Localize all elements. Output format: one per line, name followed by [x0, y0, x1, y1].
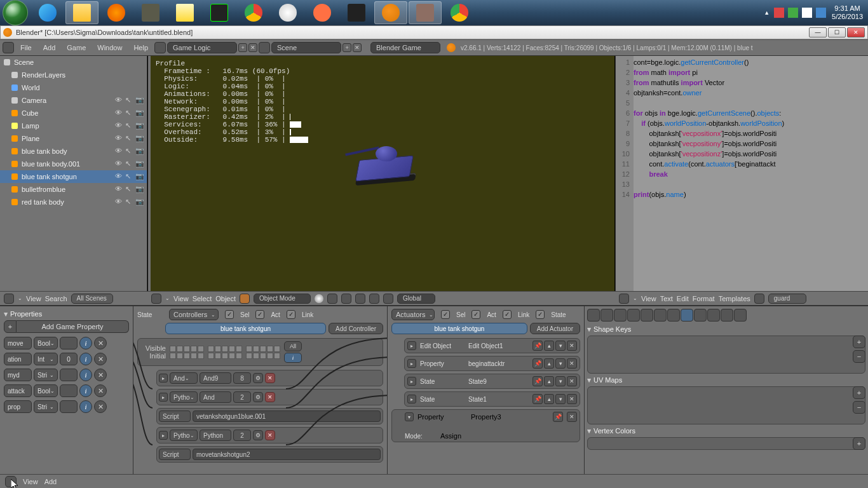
props-tab-particles[interactable] [721, 309, 733, 322]
text-menu-templates[interactable]: Templates [719, 295, 750, 302]
move-up-icon[interactable]: ▴ [544, 341, 554, 351]
outliner-view[interactable]: View [26, 295, 41, 302]
outliner-item[interactable]: red tank body👁↖📷 [0, 196, 147, 208]
controller-name[interactable]: And9 [200, 372, 231, 384]
prop-value-field[interactable] [60, 369, 78, 381]
prop-name-field[interactable]: ation [4, 353, 32, 365]
outliner-item[interactable]: Plane👁↖📷 [0, 132, 147, 145]
close-button[interactable]: ✕ [847, 27, 865, 37]
prop-info-button[interactable]: i [79, 384, 92, 397]
props-tab-world[interactable] [627, 309, 640, 322]
outliner-search[interactable]: Search [45, 295, 67, 302]
actuators-sel-check[interactable] [441, 310, 450, 319]
controller-delete[interactable]: ✕ [265, 430, 275, 440]
taskbar-blender-icon[interactable] [374, 1, 407, 24]
mode-dropdown[interactable]: Assign [440, 432, 529, 440]
menu-window[interactable]: Window [92, 44, 127, 51]
controller-delete[interactable]: ✕ [265, 392, 275, 402]
eye-icon[interactable]: 👁 [115, 147, 124, 156]
eye-icon[interactable]: 👁 [115, 96, 124, 105]
text-browse-icon[interactable] [754, 294, 764, 304]
cursor-icon[interactable]: ↖ [125, 147, 134, 156]
taskbar-media-icon[interactable] [100, 1, 133, 24]
actuators-act-check[interactable] [471, 310, 480, 319]
prop-delete-button[interactable]: ✕ [94, 384, 107, 397]
actuator-object-name[interactable]: blue tank shotgun [391, 323, 527, 334]
props-tab-physics[interactable] [734, 309, 747, 322]
actuator-delete[interactable]: ✕ [567, 394, 577, 404]
actuators-dropdown[interactable]: Actuators ⌄ [391, 309, 435, 320]
vertex-colors-add[interactable]: + [853, 437, 865, 450]
prop-info-button[interactable]: i [79, 400, 92, 413]
screen-layout-dropdown[interactable]: Game Logic [167, 42, 237, 53]
viewport-editor-icon[interactable] [151, 294, 161, 304]
taskbar-paint-icon[interactable] [271, 1, 304, 24]
layout-add-button[interactable]: + [238, 43, 247, 52]
collapse-icon[interactable]: ▾ [405, 412, 414, 421]
prop-delete-button[interactable]: ✕ [94, 400, 107, 413]
outliner-item[interactable]: Lamp👁↖📷 [0, 119, 147, 132]
add-controller-button[interactable]: Add Controller [329, 323, 383, 334]
outliner-item[interactable]: World [0, 81, 147, 94]
outliner-editor-icon[interactable] [4, 294, 14, 304]
prop-delete-button[interactable]: ✕ [94, 353, 107, 365]
pin-icon[interactable]: 📌 [553, 412, 563, 422]
expand-icon[interactable]: ▸ [159, 374, 168, 383]
scene-add-button[interactable]: + [342, 43, 351, 52]
render-icon[interactable]: 📷 [135, 185, 144, 194]
actuators-link-check[interactable] [503, 310, 512, 319]
controller-state-num[interactable]: 2 [233, 430, 251, 441]
editor-type-icon[interactable] [3, 42, 14, 53]
props-tab-object[interactable] [641, 309, 653, 322]
prop-name-field[interactable]: myd [4, 369, 32, 381]
controller-delete[interactable]: ✕ [265, 373, 275, 383]
shape-keys-add[interactable]: + [853, 336, 865, 348]
maximize-button[interactable]: ☐ [828, 27, 846, 37]
vp-menu-object[interactable]: Object [215, 295, 236, 302]
actuator-delete[interactable]: ✕ [567, 358, 577, 369]
cursor-icon[interactable]: ↖ [125, 121, 134, 130]
prop-value-field[interactable] [60, 400, 78, 413]
props-tab-material[interactable] [694, 309, 707, 322]
shape-keys-remove[interactable]: − [853, 350, 865, 363]
manipulator-icon[interactable] [341, 294, 351, 304]
text-menu-format[interactable]: Format [693, 295, 715, 302]
render-icon[interactable]: 📷 [135, 172, 144, 181]
code-area[interactable]: cont=bge.logic.getCurrentController()fro… [634, 56, 868, 305]
move-up-icon[interactable]: ▴ [544, 358, 554, 369]
prop-info-button[interactable]: i [79, 337, 92, 349]
prop-type-dropdown[interactable]: Int ⌄ [34, 353, 58, 365]
expand-icon[interactable]: ▸ [407, 359, 416, 368]
render-icon[interactable]: 📷 [135, 147, 144, 156]
move-down-icon[interactable]: ▾ [555, 376, 566, 386]
controller-state-num[interactable]: 2 [233, 391, 251, 403]
properties-title[interactable]: Properties [4, 310, 129, 318]
uv-maps-add[interactable]: + [853, 386, 865, 399]
cursor-icon[interactable]: ↖ [125, 96, 134, 105]
taskbar-cmd-icon[interactable] [203, 1, 236, 24]
logic-menu-add[interactable]: Add [44, 478, 57, 485]
pivot-icon[interactable] [327, 294, 337, 304]
shape-keys-header[interactable]: Shape Keys [587, 325, 865, 333]
render-icon[interactable]: 📷 [135, 96, 144, 105]
expand-icon[interactable]: ▸ [159, 393, 168, 402]
controller-type[interactable]: Pytho ⌄ [170, 391, 198, 403]
3d-viewport[interactable]: Profile Frametime : 16.7ms (60.0fps) Phy… [147, 56, 615, 305]
mode-dropdown[interactable]: Object Mode [254, 294, 311, 304]
move-down-icon[interactable]: ▾ [555, 341, 566, 351]
actuator-delete[interactable]: ✕ [567, 341, 577, 351]
text-file-dropdown[interactable]: guard [768, 294, 806, 304]
menu-file[interactable]: File [15, 44, 37, 51]
scene-dropdown[interactable]: Scene [271, 42, 341, 53]
text-menu-view[interactable]: View [641, 295, 656, 302]
props-tab-scene[interactable] [614, 309, 627, 322]
pin-icon[interactable]: 📌 [532, 394, 543, 404]
cursor-icon[interactable]: ↖ [125, 172, 134, 181]
prop-name-field[interactable]: attack [4, 384, 32, 397]
controller-opt[interactable]: ⚙ [253, 373, 263, 383]
script-field[interactable]: movetankshotgun2 [193, 449, 381, 460]
props-tab-data[interactable] [681, 309, 693, 322]
cursor-icon[interactable]: ↖ [125, 198, 134, 207]
prop-delete-button[interactable]: ✕ [94, 337, 107, 349]
expand-icon[interactable]: ▸ [159, 431, 168, 440]
